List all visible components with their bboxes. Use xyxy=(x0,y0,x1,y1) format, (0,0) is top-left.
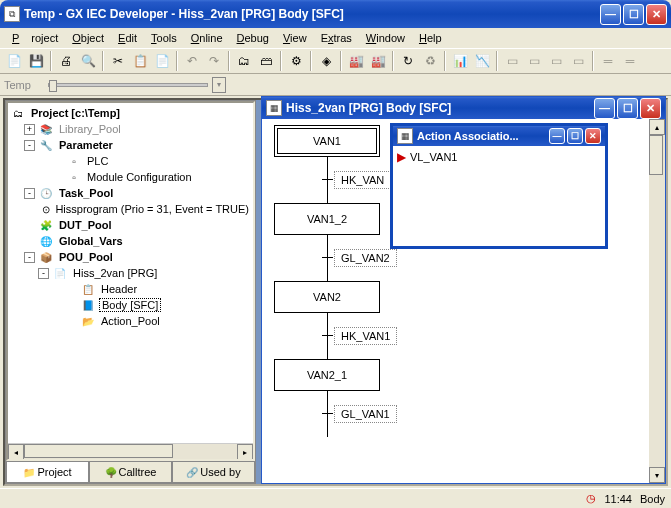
sfc-step[interactable]: VAN2 xyxy=(274,281,380,313)
tree-twisty[interactable]: - xyxy=(24,188,35,199)
tree-row[interactable]: -🔧Parameter xyxy=(10,137,251,153)
tree-twisty[interactable]: + xyxy=(24,124,35,135)
tree-twisty[interactable]: - xyxy=(24,140,35,151)
tool-icon[interactable]: 🗂 xyxy=(234,51,254,71)
action-maximize-button[interactable]: ☐ xyxy=(567,128,583,144)
tab-project[interactable]: 📁 Project xyxy=(6,462,89,483)
sfc-close-button[interactable]: ✕ xyxy=(640,98,661,119)
project-icon: 🗂 xyxy=(10,106,26,120)
tree-row[interactable]: ▫PLC xyxy=(10,153,251,169)
tree-row[interactable]: ⊙Hissprogram (Prio = 31, Event = TRUE) xyxy=(10,201,251,217)
tree-row[interactable]: -📦POU_Pool xyxy=(10,249,251,265)
tool14-icon[interactable]: ▭ xyxy=(568,51,588,71)
tool6-icon[interactable]: 🏭 xyxy=(368,51,388,71)
toolbar2: Temp ▾ xyxy=(0,74,671,96)
menu-help[interactable]: Help xyxy=(413,30,448,46)
cut-icon[interactable]: ✂ xyxy=(108,51,128,71)
sfc-step[interactable]: VAN1 xyxy=(274,125,380,157)
undo-icon[interactable]: ↶ xyxy=(182,51,202,71)
tool13-icon[interactable]: ▭ xyxy=(546,51,566,71)
preview-icon[interactable]: 🔍 xyxy=(78,51,98,71)
action-body[interactable]: ▶ VL_VAN1 xyxy=(393,146,605,246)
project-tree[interactable]: 🗂 Project [c:\Temp] +📚Library_Pool-🔧Para… xyxy=(6,101,255,461)
temp-slider[interactable] xyxy=(48,83,208,87)
tree-root[interactable]: 🗂 Project [c:\Temp] xyxy=(10,105,251,121)
tree-row[interactable]: -📄Hiss_2van [PRG] xyxy=(10,265,251,281)
new-icon[interactable]: 📄 xyxy=(4,51,24,71)
sfc-transition-label: HK_VAN xyxy=(334,171,391,189)
action-item[interactable]: ▶ VL_VAN1 xyxy=(397,150,601,164)
action-close-button[interactable]: ✕ xyxy=(585,128,601,144)
tree-row[interactable]: 🌐Global_Vars xyxy=(10,233,251,249)
sfc-step[interactable]: VAN1_2 xyxy=(274,203,380,235)
tree-row[interactable]: 🧩DUT_Pool xyxy=(10,217,251,233)
sfc-minimize-button[interactable]: — xyxy=(594,98,615,119)
copy-icon[interactable]: 📋 xyxy=(130,51,150,71)
scroll-down-icon[interactable]: ▾ xyxy=(649,467,665,483)
sfc-vscroll[interactable]: ▴ ▾ xyxy=(649,119,665,483)
tool11-icon[interactable]: ▭ xyxy=(502,51,522,71)
tree-row[interactable]: 📂Action_Pool xyxy=(10,313,251,329)
tree-hscroll[interactable]: ◂ ▸ xyxy=(8,443,253,459)
sfc-transition[interactable]: GL_VAN1 xyxy=(274,405,397,423)
scroll-left-icon[interactable]: ◂ xyxy=(8,444,24,460)
sfc-transition[interactable]: GL_VAN2 xyxy=(274,249,397,267)
save-icon[interactable]: 💾 xyxy=(26,51,46,71)
sfc-transition-label: GL_VAN2 xyxy=(334,249,397,267)
tool2-icon[interactable]: 🗃 xyxy=(256,51,276,71)
action-window-icon: ▦ xyxy=(397,128,413,144)
statusbar: ◷ 11:44 Body xyxy=(0,488,671,508)
paste-icon[interactable]: 📄 xyxy=(152,51,172,71)
tree-item-label: Global_Vars xyxy=(57,235,125,247)
menu-tools[interactable]: Tools xyxy=(145,30,183,46)
tool4-icon[interactable]: ◈ xyxy=(316,51,336,71)
redo-icon[interactable]: ↷ xyxy=(204,51,224,71)
sfc-titlebar[interactable]: ▦ Hiss_2van [PRG] Body [SFC] — ☐ ✕ xyxy=(262,97,665,119)
action-window: ▦ Action Associatio... — ☐ ✕ ▶ VL_VAN1 xyxy=(390,123,608,249)
tab-calltree[interactable]: 🌳 Calltree xyxy=(89,462,172,483)
tool7-icon[interactable]: ↻ xyxy=(398,51,418,71)
maximize-button[interactable]: ☐ xyxy=(623,4,644,25)
menu-object[interactable]: Object xyxy=(66,30,110,46)
tree-item-label: POU_Pool xyxy=(57,251,115,263)
tree-row[interactable]: -🕒Task_Pool xyxy=(10,185,251,201)
scroll-right-icon[interactable]: ▸ xyxy=(237,444,253,460)
tree-row[interactable]: 📋Header xyxy=(10,281,251,297)
tool5-icon[interactable]: 🏭 xyxy=(346,51,366,71)
minimize-button[interactable]: — xyxy=(600,4,621,25)
tool16-icon[interactable]: ═ xyxy=(620,51,640,71)
tool15-icon[interactable]: ═ xyxy=(598,51,618,71)
tool12-icon[interactable]: ▭ xyxy=(524,51,544,71)
app-icon: ⧉ xyxy=(4,6,20,22)
tree-twisty[interactable]: - xyxy=(38,268,49,279)
tree-item-icon: 📚 xyxy=(38,122,54,136)
print-icon[interactable]: 🖨 xyxy=(56,51,76,71)
sfc-maximize-button[interactable]: ☐ xyxy=(617,98,638,119)
menu-extras[interactable]: Extras xyxy=(315,30,358,46)
tree-twisty[interactable]: - xyxy=(24,252,35,263)
sfc-transition[interactable]: HK_VAN xyxy=(274,171,397,189)
tool8-icon[interactable]: ♻ xyxy=(420,51,440,71)
tool3-icon[interactable]: ⚙ xyxy=(286,51,306,71)
tree-row[interactable]: ▫Module Configuration xyxy=(10,169,251,185)
sfc-step[interactable]: VAN2_1 xyxy=(274,359,380,391)
sfc-transition[interactable]: HK_VAN1 xyxy=(274,327,397,345)
sfc-title: Hiss_2van [PRG] Body [SFC] xyxy=(286,101,594,115)
sfc-body[interactable]: VAN1HK_VANVAN1_2GL_VAN2VAN2HK_VAN1VAN2_1… xyxy=(262,119,665,483)
temp-dropdown[interactable]: ▾ xyxy=(212,77,226,93)
tool9-icon[interactable]: 📊 xyxy=(450,51,470,71)
menu-view[interactable]: View xyxy=(277,30,313,46)
menu-edit[interactable]: Edit xyxy=(112,30,143,46)
tree-row[interactable]: +📚Library_Pool xyxy=(10,121,251,137)
menu-online[interactable]: Online xyxy=(185,30,229,46)
menu-project[interactable]: Project xyxy=(6,30,64,46)
menu-debug[interactable]: Debug xyxy=(231,30,275,46)
menu-window[interactable]: Window xyxy=(360,30,411,46)
action-titlebar[interactable]: ▦ Action Associatio... — ☐ ✕ xyxy=(393,126,605,146)
tree-row[interactable]: 📘Body [SFC] xyxy=(10,297,251,313)
tool10-icon[interactable]: 📉 xyxy=(472,51,492,71)
scroll-up-icon[interactable]: ▴ xyxy=(649,119,665,135)
action-minimize-button[interactable]: — xyxy=(549,128,565,144)
close-button[interactable]: ✕ xyxy=(646,4,667,25)
tab-usedby[interactable]: 🔗 Used by xyxy=(172,462,255,483)
